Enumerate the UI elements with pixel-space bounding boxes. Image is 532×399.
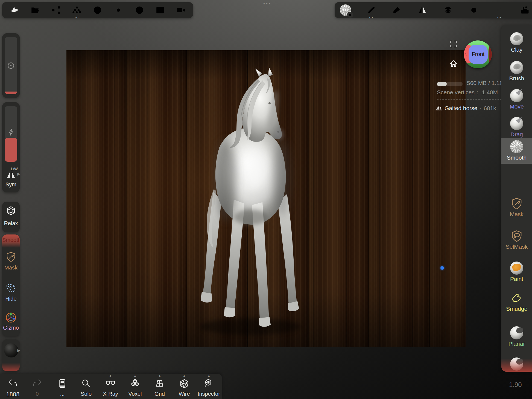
selmask-shield-lasso-icon [511, 230, 523, 242]
material-expand-caret-icon[interactable]: ▶ [17, 348, 20, 353]
toggle-label: Wire [172, 391, 197, 397]
redo-button[interactable]: 0 [25, 374, 50, 399]
tool-smooth[interactable]: Smooth [501, 138, 532, 164]
layers-icon[interactable] [442, 4, 454, 16]
scene-graph-icon[interactable] [50, 4, 62, 16]
app-logo-icon[interactable] [8, 4, 20, 16]
gizmo-button[interactable]: Gizmo [2, 307, 20, 336]
memory-usage-bar [437, 82, 463, 86]
mesh-pyramid-icon [436, 105, 442, 111]
horse-model[interactable] [172, 63, 325, 347]
memory-usage-fill [437, 82, 447, 86]
memory-usage-text: 560 MB / 1.11 G [467, 80, 501, 87]
gizmo-label: Gizmo [2, 325, 20, 331]
brush-gear-badge-icon[interactable] [347, 12, 353, 18]
toggle-wire[interactable]: ▲ Wire [172, 374, 197, 399]
toggle-solo[interactable]: Solo [74, 374, 99, 399]
orientation-gizmo-ball[interactable]: Front ft [464, 40, 492, 68]
smudge-finger-icon [511, 292, 523, 304]
material-ball[interactable] [4, 343, 18, 357]
toolbox-icon[interactable] [519, 4, 531, 16]
smooth-sphere-thumb [510, 140, 523, 153]
render-aperture-icon[interactable] [133, 4, 145, 16]
sculpt-viewport[interactable] [66, 50, 466, 347]
adjustments-more-dots: ... [493, 14, 505, 19]
magnifier-eye-icon [204, 379, 214, 389]
sidebar-red-gradient [501, 359, 532, 372]
mask-shield-brush-icon [6, 251, 16, 262]
mask-shield-brush-icon [511, 197, 523, 210]
scene-vertices-label: Scene vertices： [437, 89, 480, 95]
adjustments-sliders-icon[interactable]: ... [493, 4, 505, 16]
sym-expand-caret-icon[interactable]: ▶ [17, 172, 20, 176]
gizmo-front-face[interactable]: Front [469, 45, 487, 64]
sym-button[interactable]: L/W ▶ Sym [2, 165, 20, 191]
stroke-pencil-icon[interactable]: ... [365, 4, 377, 16]
object-vertex-count: 681k [484, 105, 496, 112]
tool-paint[interactable]: Paint [501, 260, 532, 287]
background-image-icon[interactable] [154, 4, 166, 16]
wireframe-hex-icon [179, 379, 189, 389]
hide-label: Hide [2, 296, 20, 302]
home-view-icon[interactable] [449, 60, 458, 68]
files-folder-icon[interactable] [29, 4, 41, 16]
toggle-voxel[interactable]: ▲ Voxel [122, 374, 148, 399]
relax-panel: Relax [2, 202, 20, 232]
tool-smudge[interactable]: Smudge [501, 290, 532, 316]
stroke-cursor-dot [440, 266, 444, 270]
tool-brush[interactable]: Brush [501, 60, 532, 86]
glasses-icon [105, 379, 116, 388]
perspective-grid-icon [155, 379, 165, 388]
intensity-slider-fill [5, 138, 17, 162]
relax-web-icon [6, 206, 16, 216]
symmetry-mirror-icon[interactable] [416, 4, 428, 16]
gizmo-axes-icon [5, 312, 17, 325]
toggle-inspector[interactable]: ▲ Inspector [196, 374, 221, 399]
history-more-dots: ... [50, 391, 75, 397]
mask-button[interactable]: Mask [2, 245, 20, 277]
radius-slider-fill [5, 92, 17, 94]
toggle-xray[interactable]: ▲ X-Ray [98, 374, 123, 399]
voxel-cubes-icon [130, 379, 140, 389]
drag-sphere-thumb [510, 117, 523, 130]
fullscreen-icon[interactable] [449, 40, 457, 48]
tool-mask[interactable]: Mask [501, 196, 532, 222]
undo-button[interactable]: 1808 [0, 374, 25, 399]
tool-planar[interactable]: Planar [501, 325, 532, 351]
camera-video-icon[interactable] [175, 4, 187, 16]
swipe-up-caret-icon: ▲ [122, 374, 148, 377]
stroke-more-dots: ... [365, 14, 377, 19]
material-panel-red-gradient [2, 363, 20, 371]
toggle-label: Voxel [122, 391, 148, 397]
primitives-pyramid-icon[interactable]: ... [71, 4, 83, 16]
hide-dissolve-icon [5, 283, 16, 295]
brush-alpha-sphere[interactable] [340, 4, 352, 16]
move-sphere-thumb [510, 89, 523, 102]
relax-button[interactable]: Relax [2, 202, 20, 232]
scene-vertices-value: 1.40M [482, 89, 498, 95]
gizmo-right-face[interactable] [489, 45, 492, 62]
tool-sidebar: Clay Brush Move Drag Smooth Mask [501, 25, 532, 372]
hide-button[interactable]: Hide [2, 276, 20, 308]
bottom-toolbar: 1808 0 ... Solo ▲ X-Ray [0, 374, 222, 399]
sym-mirror-icon [6, 171, 16, 179]
radius-slider[interactable] [5, 37, 17, 94]
painting-brush-icon[interactable] [391, 4, 403, 16]
settings-gear-icon[interactable] [468, 4, 480, 16]
left-face-label: ft [464, 52, 466, 57]
lighting-sun-icon[interactable] [112, 4, 124, 16]
paint-sphere-thumb [510, 262, 523, 275]
tool-selmask[interactable]: SelMask [501, 228, 532, 254]
tool-label: Paint [501, 276, 532, 282]
intensity-slider[interactable] [5, 106, 17, 162]
undo-arrow-icon [8, 379, 18, 388]
tool-move[interactable]: Move [501, 88, 532, 114]
tool-clay[interactable]: Clay [501, 31, 532, 57]
window-drag-handle[interactable]: ••• [256, 1, 278, 7]
tool-label: Brush [501, 75, 532, 82]
active-object-row[interactable]: Gaited horse · 681k [436, 105, 496, 112]
toggle-grid[interactable]: ▲ Grid [147, 374, 172, 399]
history-button[interactable]: ... [50, 374, 75, 399]
material-sphere-icon[interactable] [92, 4, 104, 16]
toggle-label: Solo [74, 391, 99, 397]
